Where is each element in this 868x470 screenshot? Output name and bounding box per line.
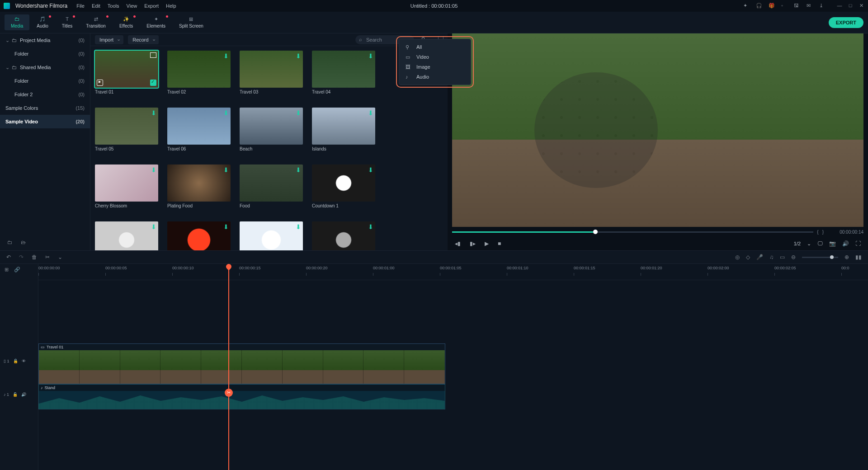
clip-thumbnail[interactable]: ⬇ [167,164,231,202]
gift-icon[interactable]: 🎁 [769,3,775,9]
menu-view[interactable]: View [127,3,137,9]
ribbon-tab-elements[interactable]: ✦Elements [140,14,172,30]
monitor-icon[interactable]: 🖵 [817,240,823,247]
sidebar-item-sample-video[interactable]: Sample Video(20) [0,115,90,128]
open-folder-icon[interactable]: 🗁 [21,240,27,246]
download-icon[interactable]: ⬇ [296,109,301,117]
redo-button[interactable]: ↷ [19,254,24,260]
video-clip[interactable]: ▭Travel 01 [38,343,445,384]
keyframe-icon[interactable]: ◇ [746,254,750,260]
import-dropdown[interactable]: Import [95,35,123,44]
media-clip[interactable]: ⬇ Countdown 1 [312,164,375,215]
ribbon-tab-transition[interactable]: ⇄Transition [80,14,112,30]
menu-help[interactable]: Help [166,3,176,9]
media-clip[interactable]: Travel 01 [95,51,158,101]
menu-edit[interactable]: Edit [92,3,100,9]
ribbon-tab-media[interactable]: 🗀Media [5,14,29,30]
tracks-area[interactable]: 00:00:00:0000:00:00:0500:00:00:1000:00:0… [38,264,868,470]
sidebar-item-shared-media[interactable]: ⌄🗀Shared Media(0) [0,61,90,74]
clip-thumbnail[interactable]: ⬇ [167,221,231,250]
media-clip[interactable]: ⬇ [95,221,158,250]
support-icon[interactable]: 🎧 [756,3,762,9]
download-icon[interactable]: ⬇ [151,166,156,174]
download-icon[interactable]: ⬇ [368,52,373,60]
zoom-slider[interactable] [802,257,838,258]
minimize-button[interactable]: — [836,3,843,9]
sidebar-item-sample-colors[interactable]: Sample Colors(15) [0,101,90,115]
download-icon[interactable]: ⬇ [296,223,301,230]
mark-out[interactable]: } [822,230,824,235]
audio-clip[interactable]: ♪Stand [38,384,445,409]
menu-tools[interactable]: Tools [108,3,119,9]
download-icon[interactable]: ⬇ [223,223,229,230]
media-clip[interactable]: ⬇ Travel 06 [167,108,231,158]
media-clip[interactable]: ⬇ Travel 04 [312,51,375,101]
ribbon-tab-effects[interactable]: ✨Effects [113,14,139,30]
render-icon[interactable]: ▭ [780,254,785,260]
lock-icon[interactable]: 🔓 [13,359,18,363]
audio-track-header[interactable]: ♪ 1 🔓 🔊 [0,392,38,397]
media-clip[interactable]: ⬇ Beach [240,108,303,158]
filter-image[interactable]: 🖼Image [399,62,471,72]
mark-in[interactable]: { [817,230,818,235]
stop-button[interactable]: ■ [498,240,501,247]
download-icon[interactable]: ⬇ [151,223,156,230]
clip-thumbnail[interactable]: ⬇ [312,164,375,202]
media-clip[interactable]: ⬇ [312,221,375,250]
video-track-header[interactable]: ▯ 1 🔓 👁 [0,359,38,363]
volume-icon[interactable]: 🔊 [842,240,849,247]
cut-button[interactable]: ✂ [45,254,50,260]
clip-thumbnail[interactable]: ⬇ [167,51,231,88]
sidebar-item-folder[interactable]: Folder(0) [0,74,90,88]
clip-thumbnail[interactable]: ⬇ [312,108,375,145]
media-clip[interactable]: ⬇ [167,221,231,250]
next-frame-button[interactable]: ▮▸ [470,240,476,247]
add-folder-icon[interactable]: 🗀 [7,240,14,246]
menu-export[interactable]: Export [144,3,159,9]
download-icon[interactable]: ⬇ [368,109,373,117]
marker-icon[interactable]: ◎ [735,254,740,260]
add-track-icon[interactable]: ⊞ [5,267,9,273]
media-clip[interactable]: ⬇ Travel 03 [240,51,303,101]
export-button[interactable]: EXPORT [829,17,863,28]
clip-thumbnail[interactable]: ⬇ [312,221,375,250]
prev-frame-button[interactable]: ◂▮ [455,240,461,247]
eye-icon[interactable]: 👁 [22,359,26,363]
play-button[interactable]: ▶ [485,240,489,247]
voiceover-icon[interactable]: 🎤 [756,254,763,260]
save-icon[interactable]: 🖫 [794,3,800,9]
download-icon[interactable]: ⬇ [296,52,301,60]
download-icon[interactable]: ⤓ [819,3,826,9]
download-icon[interactable]: ⬇ [223,52,229,60]
download-icon[interactable]: ⬇ [223,166,229,174]
filter-video[interactable]: ▭Video [399,52,471,62]
ribbon-tab-titles[interactable]: TTitles [56,14,79,30]
media-clip[interactable]: ⬇ Cherry Blossom [95,164,158,215]
sidebar-item-project-media[interactable]: ⌄🗀Project Media(0) [0,33,90,47]
scrub-track[interactable] [452,231,813,233]
playhead[interactable]: ✂ [228,264,229,470]
media-clip[interactable]: ⬇ [240,221,303,250]
zoom-in-icon[interactable]: ⊕ [844,254,849,260]
media-clip[interactable]: ⬇ Plating Food [167,164,231,215]
guide-icon[interactable]: ✦ [743,3,750,9]
menu-file[interactable]: File [76,3,85,9]
clip-thumbnail[interactable]: ⬇ [95,108,158,145]
media-clip[interactable]: ⬇ Islands [312,108,375,158]
clip-thumbnail[interactable]: ⬇ [167,108,231,145]
clip-thumbnail[interactable]: ⬇ [240,51,303,88]
filter-audio[interactable]: ♪Audio [399,72,471,82]
clip-thumbnail[interactable] [95,51,158,88]
download-icon[interactable]: ⬇ [151,109,156,117]
scrub-handle[interactable] [593,230,598,234]
ribbon-tab-audio[interactable]: 🎵Audio [30,14,55,30]
record-dropdown[interactable]: Record [128,35,158,44]
link-icon[interactable]: 🔗 [14,267,20,273]
clip-thumbnail[interactable]: ⬇ [312,51,375,88]
delete-button[interactable]: 🗑 [32,254,37,260]
lock-icon[interactable]: 🔓 [13,392,18,397]
ribbon-tab-split-screen[interactable]: ⊞Split Screen [173,14,210,30]
media-clip[interactable]: ⬇ Travel 05 [95,108,158,158]
clip-thumbnail[interactable]: ⬇ [240,164,303,202]
snapshot-icon[interactable]: 📷 [829,240,836,247]
